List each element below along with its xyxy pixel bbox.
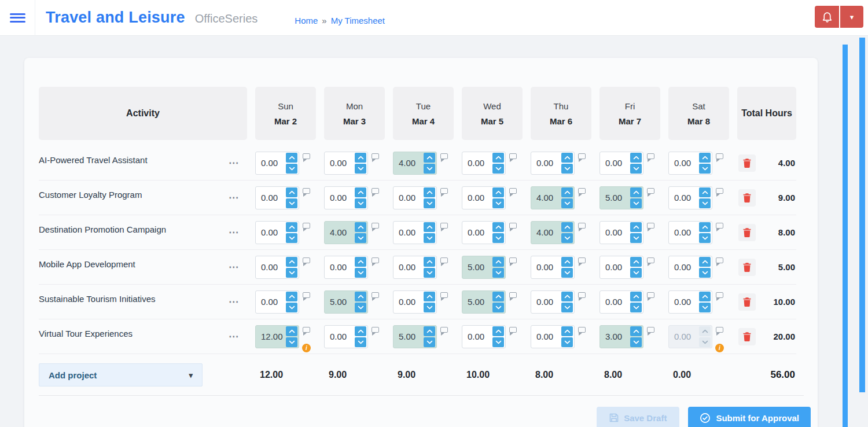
- hours-input[interactable]: 0.00: [668, 325, 712, 348]
- hours-input[interactable]: 0.00: [668, 186, 712, 209]
- comment-icon[interactable]: [578, 153, 586, 159]
- decrement-button[interactable]: [699, 233, 711, 243]
- increment-button[interactable]: [561, 153, 573, 163]
- increment-button[interactable]: [630, 222, 642, 232]
- comment-icon[interactable]: [716, 188, 723, 194]
- decrement-button[interactable]: [492, 303, 504, 312]
- comment-icon[interactable]: [578, 327, 586, 333]
- increment-button[interactable]: [286, 222, 297, 232]
- decrement-button[interactable]: [286, 233, 297, 243]
- increment-button[interactable]: [424, 222, 435, 232]
- warning-info-icon[interactable]: i: [302, 344, 311, 352]
- comment-icon[interactable]: [303, 153, 310, 159]
- increment-button[interactable]: [699, 153, 711, 163]
- hours-input[interactable]: 0.00: [324, 325, 368, 348]
- increment-button[interactable]: [286, 153, 297, 163]
- hours-input[interactable]: 5.00: [462, 256, 506, 279]
- hours-input[interactable]: 0.00: [462, 186, 506, 209]
- increment-button[interactable]: [561, 257, 573, 267]
- row-menu-button[interactable]: ⋯: [229, 262, 240, 272]
- decrement-button[interactable]: [355, 198, 366, 208]
- increment-button[interactable]: [699, 257, 711, 267]
- comment-icon[interactable]: [716, 327, 723, 333]
- increment-button[interactable]: [492, 153, 504, 163]
- hours-input[interactable]: 4.00: [324, 221, 368, 244]
- hours-input[interactable]: 0.00: [462, 325, 506, 348]
- increment-button[interactable]: [286, 292, 297, 301]
- submit-for-approval-button[interactable]: Submit for Approval: [688, 407, 811, 427]
- comment-icon[interactable]: [647, 153, 654, 159]
- increment-button[interactable]: [424, 292, 435, 301]
- increment-button[interactable]: [424, 153, 435, 163]
- decrement-button[interactable]: [630, 233, 642, 243]
- comment-icon[interactable]: [440, 257, 448, 263]
- increment-button[interactable]: [561, 187, 573, 197]
- increment-button[interactable]: [286, 187, 297, 197]
- decrement-button[interactable]: [355, 164, 366, 174]
- breadcrumb-home-link[interactable]: Home: [295, 16, 318, 25]
- decrement-button[interactable]: [492, 233, 504, 243]
- comment-icon[interactable]: [716, 257, 723, 263]
- decrement-button[interactable]: [699, 164, 711, 174]
- hours-input[interactable]: 4.00: [393, 152, 437, 175]
- decrement-button[interactable]: [424, 164, 435, 174]
- increment-button[interactable]: [492, 257, 504, 267]
- decrement-button[interactable]: [561, 164, 573, 174]
- decrement-button[interactable]: [286, 268, 297, 278]
- decrement-button[interactable]: [699, 268, 711, 278]
- comment-icon[interactable]: [372, 223, 379, 229]
- decrement-button[interactable]: [630, 268, 642, 278]
- hours-input[interactable]: 0.00: [531, 152, 575, 175]
- increment-button[interactable]: [492, 292, 504, 301]
- comment-icon[interactable]: [372, 153, 379, 159]
- decrement-button[interactable]: [630, 198, 642, 208]
- comment-icon[interactable]: [303, 188, 310, 194]
- notifications-button[interactable]: [815, 6, 840, 28]
- increment-button[interactable]: [630, 187, 642, 197]
- decrement-button[interactable]: [561, 268, 573, 278]
- increment-button[interactable]: [424, 257, 435, 267]
- increment-button[interactable]: [355, 187, 366, 197]
- save-draft-button[interactable]: Save Draft: [597, 407, 679, 427]
- hours-input[interactable]: 0.00: [599, 256, 643, 279]
- increment-button[interactable]: [492, 187, 504, 197]
- decrement-button[interactable]: [492, 337, 504, 347]
- decrement-button[interactable]: [630, 337, 642, 347]
- decrement-button[interactable]: [355, 233, 366, 243]
- increment-button[interactable]: [699, 292, 711, 301]
- comment-icon[interactable]: [509, 257, 517, 263]
- increment-button[interactable]: [424, 187, 435, 197]
- hours-input[interactable]: 0.00: [599, 221, 643, 244]
- comment-icon[interactable]: [509, 292, 517, 298]
- decrement-button[interactable]: [424, 268, 435, 278]
- decrement-button[interactable]: [424, 303, 435, 312]
- decrement-button[interactable]: [492, 198, 504, 208]
- hours-input[interactable]: 0.00: [668, 152, 712, 175]
- comment-icon[interactable]: [647, 188, 654, 194]
- decrement-button[interactable]: [561, 233, 573, 243]
- hours-input[interactable]: 5.00: [599, 186, 643, 209]
- hours-input[interactable]: 0.00: [531, 256, 575, 279]
- comment-icon[interactable]: [647, 327, 654, 333]
- increment-button[interactable]: [699, 187, 711, 197]
- delete-row-button[interactable]: [738, 328, 756, 345]
- hours-input[interactable]: 0.00: [599, 152, 643, 175]
- comment-icon[interactable]: [440, 292, 448, 298]
- decrement-button[interactable]: [286, 198, 297, 208]
- hours-input[interactable]: 0.00: [393, 186, 437, 209]
- decrement-button[interactable]: [355, 303, 366, 312]
- decrement-button[interactable]: [355, 268, 366, 278]
- decrement-button[interactable]: [286, 337, 297, 347]
- comment-icon[interactable]: [303, 223, 310, 229]
- hours-input[interactable]: 0.00: [255, 256, 299, 279]
- increment-button[interactable]: [630, 292, 642, 301]
- hours-input[interactable]: 0.00: [255, 152, 299, 175]
- increment-button[interactable]: [630, 153, 642, 163]
- increment-button[interactable]: [355, 222, 366, 232]
- hours-input[interactable]: 4.00: [531, 186, 575, 209]
- hours-input[interactable]: 12.00: [255, 325, 299, 348]
- increment-button[interactable]: [424, 326, 435, 336]
- comment-icon[interactable]: [716, 223, 723, 229]
- hours-input[interactable]: 0.00: [324, 152, 368, 175]
- increment-button[interactable]: [630, 326, 642, 336]
